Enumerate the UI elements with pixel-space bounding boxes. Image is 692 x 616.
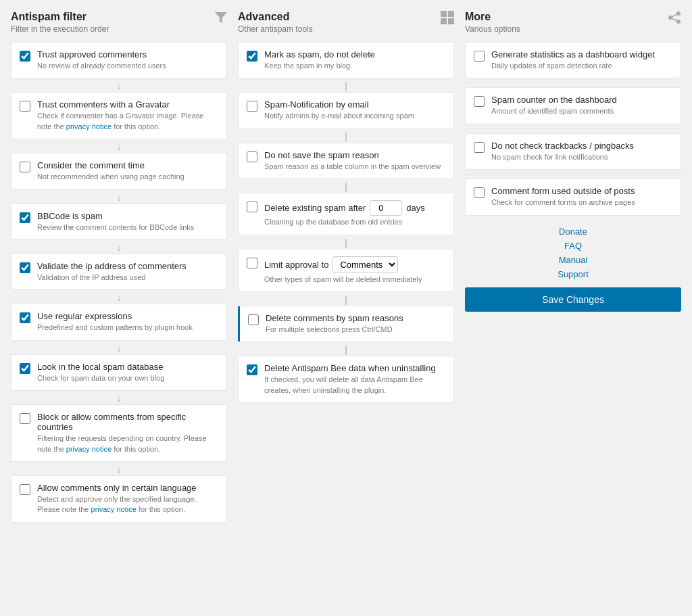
gravatar-privacy-link[interactable]: privacy notice [66, 122, 112, 131]
regex-label[interactable]: Use regular expressions [37, 311, 132, 321]
comment-form-outside-label[interactable]: Comment form used outside of posts [491, 186, 635, 196]
manual-link[interactable]: Manual [465, 255, 681, 265]
trust-gravatar-checkbox[interactable] [20, 101, 30, 112]
limit-approval-checkbox[interactable] [247, 258, 257, 268]
mark-spam-label[interactable]: Mark as spam, do not delete [264, 49, 375, 60]
filter-icon [215, 11, 227, 28]
spam-counter-label[interactable]: Spam counter on the dashboard [491, 95, 617, 105]
option-stats-widget: Generate statistics as a dashboard widge… [465, 42, 681, 78]
adv-connector-2: | [238, 132, 454, 141]
delete-existing-group: Delete existing spam after days [264, 200, 445, 216]
delete-by-reason-checkbox[interactable] [248, 314, 259, 325]
regex-checkbox[interactable] [20, 312, 30, 323]
svg-line-7 [670, 14, 678, 18]
mark-spam-checkbox[interactable] [247, 51, 257, 62]
trust-gravatar-desc: Check if commenter has a Gravatar image.… [37, 111, 218, 132]
limit-approval-group: Limit approval to Comments All [264, 256, 445, 273]
connector-4: ↓ [11, 243, 227, 252]
trust-approved-label[interactable]: Trust approved commenters [37, 49, 147, 60]
main-layout: Antispam filter Filter in the execution … [11, 11, 681, 525]
antispam-column: Antispam filter Filter in the execution … [11, 11, 227, 525]
option-mark-spam: Mark as spam, do not delete Keep the spa… [238, 42, 454, 78]
advanced-icon [441, 11, 454, 28]
country-block-checkbox[interactable] [20, 413, 30, 424]
local-db-desc: Check for spam data on your own blog [37, 373, 218, 383]
limit-approval-label[interactable]: Limit approval to [264, 260, 328, 270]
language-only-label[interactable]: Allow comments only in certain language [37, 483, 197, 493]
spam-notification-label[interactable]: Spam-Notification by email [264, 99, 369, 110]
language-privacy-link[interactable]: privacy notice [91, 505, 137, 513]
save-changes-button[interactable]: Save Changes [465, 287, 681, 312]
donate-link[interactable]: Donate [465, 227, 681, 237]
connector-2: ↓ [11, 142, 227, 151]
option-trust-approved: Trust approved commenters No review of a… [11, 42, 227, 78]
stats-widget-desc: Daily updates of spam detection rate [491, 61, 672, 71]
days-label: days [406, 203, 424, 213]
more-header: More Various options [465, 11, 681, 34]
validate-ip-desc: Validation of the IP address used [37, 273, 218, 283]
delete-by-reason-label[interactable]: Delete comments by spam reasons [266, 313, 403, 323]
connector-7: ↓ [11, 394, 227, 403]
bbcode-desc: Review the comment contents for BBCode l… [37, 222, 218, 233]
comment-time-label[interactable]: Consider the comment time [37, 160, 145, 170]
option-trust-gravatar: Trust commenters with a Gravatar Check i… [11, 92, 227, 139]
option-regex: Use regular expressions Predefined and c… [11, 304, 227, 340]
country-privacy-link[interactable]: privacy notice [66, 445, 112, 453]
stats-widget-checkbox[interactable] [474, 51, 485, 62]
limit-approval-desc: Other types of spam will be deleted imme… [264, 275, 445, 285]
validate-ip-checkbox[interactable] [20, 262, 30, 273]
spam-notification-checkbox[interactable] [247, 101, 257, 112]
svg-rect-2 [441, 18, 447, 24]
spam-counter-desc: Amount of identified spam comments [491, 106, 672, 116]
no-trackbacks-checkbox[interactable] [474, 142, 485, 153]
option-no-save-reason: Do not save the spam reason Spam reason … [238, 143, 454, 179]
advanced-subtitle: Other antispam tools [238, 24, 313, 34]
adv-connector-4: | [238, 238, 454, 247]
comment-form-outside-checkbox[interactable] [474, 187, 485, 198]
no-save-reason-checkbox[interactable] [247, 151, 257, 162]
option-no-trackbacks: Do not check trackbacks / pingbacks No s… [465, 133, 681, 170]
comment-time-checkbox[interactable] [20, 162, 30, 172]
validate-ip-label[interactable]: Validate the ip address of commenters [37, 261, 187, 271]
links-section: Donate FAQ Manual Support [465, 227, 681, 279]
delete-existing-checkbox[interactable] [247, 202, 257, 212]
svg-rect-0 [441, 11, 447, 17]
local-db-label[interactable]: Look in the local spam database [37, 362, 163, 372]
more-title: More [465, 11, 520, 23]
delete-on-uninstall-checkbox[interactable] [247, 364, 257, 375]
delete-on-uninstall-desc: If checked, you will delete all data Ant… [264, 375, 445, 396]
option-delete-on-uninstall: Delete Antispam Bee data when uninstalli… [238, 356, 454, 403]
antispam-header: Antispam filter Filter in the execution … [11, 11, 227, 34]
regex-desc: Predefined and custom patterns by plugin… [37, 323, 218, 333]
support-link[interactable]: Support [465, 269, 681, 279]
trust-approved-desc: No review of already commented users [37, 61, 218, 71]
connector-5: ↓ [11, 293, 227, 302]
stats-widget-label[interactable]: Generate statistics as a dashboard widge… [491, 49, 655, 60]
option-delete-by-reason: Delete comments by spam reasons For mult… [238, 306, 454, 342]
advanced-column: Advanced Other antispam tools Mark as sp… [238, 11, 454, 406]
option-comment-form-outside: Comment form used outside of posts Check… [465, 179, 681, 215]
faq-link[interactable]: FAQ [465, 241, 681, 251]
country-block-label[interactable]: Block or allow comments from specific co… [37, 412, 186, 432]
delete-existing-label[interactable]: Delete existing spam after [264, 203, 366, 213]
option-country-block: Block or allow comments from specific co… [11, 404, 227, 462]
bbcode-checkbox[interactable] [20, 212, 30, 223]
svg-rect-1 [448, 11, 454, 17]
no-save-reason-label[interactable]: Do not save the spam reason [264, 150, 379, 160]
delete-by-reason-desc: For multiple selections press Ctrl/CMD [266, 325, 445, 335]
divider-3 [465, 174, 681, 174]
no-trackbacks-label[interactable]: Do not check trackbacks / pingbacks [491, 141, 634, 151]
mark-spam-desc: Keep the spam in my blog. [264, 61, 445, 71]
local-db-checkbox[interactable] [20, 363, 30, 374]
delete-days-input[interactable] [370, 200, 402, 216]
trust-approved-checkbox[interactable] [20, 51, 30, 62]
no-trackbacks-desc: No spam check for link notifications [491, 152, 672, 162]
language-only-checkbox[interactable] [20, 484, 30, 495]
advanced-title: Advanced [238, 11, 313, 23]
bbcode-label[interactable]: BBCode is spam [37, 211, 103, 221]
trust-gravatar-label[interactable]: Trust commenters with a Gravatar [37, 99, 170, 110]
spam-counter-checkbox[interactable] [474, 96, 485, 107]
delete-on-uninstall-label[interactable]: Delete Antispam Bee data when uninstalli… [264, 363, 436, 373]
limit-approval-select[interactable]: Comments All [332, 256, 398, 273]
option-spam-notification: Spam-Notification by email Notify admins… [238, 92, 454, 128]
